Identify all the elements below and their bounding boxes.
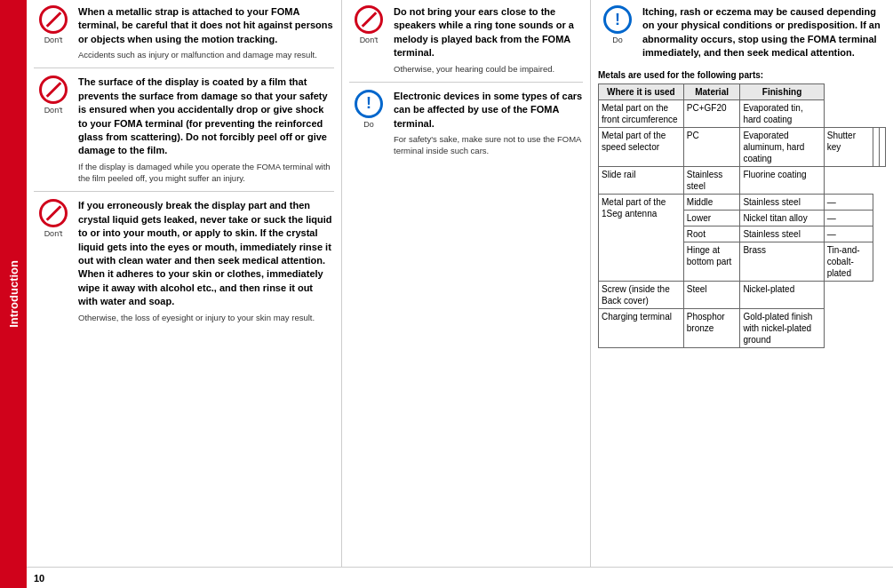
cell-where-charging: Charging terminal — [599, 308, 684, 347]
mid-warning-main-1: Do not bring your ears close to the spea… — [394, 5, 583, 60]
mid-warning-sub-2: For safety's sake, make sure not to use … — [394, 133, 583, 157]
col-header-where: Where it is used — [599, 83, 684, 99]
itching-icon-area: ! Do — [598, 5, 637, 44]
cell-finishing-charging: Gold-plated finish with nickel-plated gr… — [740, 308, 824, 347]
sidebar: Introduction — [0, 0, 27, 588]
do-label-right: Do — [612, 36, 623, 44]
cell-finishing-middle: — — [824, 194, 873, 210]
col-left: Don't When a metallic strap is attached … — [27, 0, 342, 567]
warning-main-3: If you erroneously break the display par… — [78, 199, 334, 308]
cell-finishing-slide: Fluorine coating — [740, 166, 824, 194]
icon-area-1: Don't — [34, 5, 73, 44]
itching-main: Itching, rash or eczema may be caused de… — [642, 5, 886, 60]
icon-area-2: Don't — [34, 75, 73, 115]
cell-finishing-screw: Nickel-plated — [740, 281, 824, 308]
cell-material-root: Stainless steel — [740, 226, 824, 242]
warning-text-3: If you erroneously break the display par… — [78, 199, 334, 322]
table-row-slide: Slide rail Stainless steel Fluorine coat… — [599, 166, 886, 194]
cell-where-antenna: Metal part of the 1Seg antenna — [599, 194, 684, 281]
cell-where: Metal part on the front circumference — [599, 99, 684, 127]
cell-sub-middle: Middle — [683, 194, 740, 210]
dont-icon-3 — [39, 199, 68, 227]
warning-sub-3: Otherwise, the loss of eyesight or injur… — [78, 312, 334, 323]
col-header-finishing: Finishing — [740, 83, 824, 99]
dont-label-3: Don't — [44, 229, 63, 238]
cell-sub-root: Root — [683, 226, 740, 242]
cell-material-slide: Stainless steel — [683, 166, 740, 194]
mid-warning-block-1: Don't Do not bring your ears close to th… — [349, 5, 583, 83]
cell-material-middle: Stainless steel — [740, 194, 824, 210]
col-header-material: Material — [683, 83, 740, 99]
cell-material-lower: Nickel titan alloy — [740, 210, 824, 226]
table-header-row: Where it is used Material Finishing — [599, 83, 886, 99]
warning-text-2: The surface of the display is coated by … — [78, 75, 334, 184]
warning-sub-2: If the display is damaged while you oper… — [78, 161, 334, 185]
icon-area-3: Don't — [34, 199, 73, 238]
cell-material-screw: Steel — [683, 281, 740, 308]
warning-block-2: Don't The surface of the display is coat… — [34, 75, 334, 192]
columns: Don't When a metallic strap is attached … — [27, 0, 893, 567]
mid-dont-label-1: Don't — [360, 36, 379, 44]
cell-finishing-hinge: Tin-and-cobalt-plated — [824, 242, 873, 281]
cell-where: Metal part of the speed selector — [599, 127, 684, 166]
cell-material: PC — [683, 127, 740, 166]
mid-icon-area-2: ! Do — [349, 90, 388, 129]
cell-material-charging: Phosphor bronze — [683, 308, 740, 347]
mid-do-icon-1: ! — [355, 90, 383, 118]
cell-where-slide: Slide rail — [599, 166, 684, 194]
table-row-antenna-middle: Metal part of the 1Seg antenna Middle St… — [599, 194, 886, 210]
mid-do-label-1: Do — [363, 120, 374, 129]
itching-block: ! Do Itching, rash or eczema may be caus… — [598, 5, 886, 63]
metals-table: Where it is used Material Finishing Meta… — [598, 83, 886, 348]
cell-material-hinge: Brass — [740, 242, 824, 281]
table-row-charging: Charging terminal Phosphor bronze Gold-p… — [599, 308, 886, 347]
cell-finishing-root: — — [824, 226, 873, 242]
mid-warning-block-2: ! Do Electronic devices in some types of… — [349, 90, 583, 164]
warning-main-1: When a metallic strap is attached to you… — [78, 5, 334, 46]
dont-icon-1 — [39, 5, 68, 34]
warning-block-3: Don't If you erroneously break the displ… — [34, 199, 334, 330]
page-footer: 10 — [27, 567, 893, 588]
warning-sub-1: Accidents such as injury or malfunction … — [78, 49, 334, 60]
dont-label-1: Don't — [44, 36, 63, 44]
itching-text: Itching, rash or eczema may be caused de… — [642, 5, 886, 63]
cell-material-shutter — [873, 127, 879, 166]
metals-header: Metals are used for the following parts: — [598, 70, 886, 80]
dont-label-2: Don't — [44, 106, 63, 115]
mid-warning-main-2: Electronic devices in some types of cars… — [394, 90, 583, 131]
mid-warning-text-2: Electronic devices in some types of cars… — [394, 90, 583, 157]
table-row: Metal part on the front circumference PC… — [599, 99, 886, 127]
sidebar-label: Introduction — [7, 260, 20, 328]
mid-warning-text-1: Do not bring your ears close to the spea… — [394, 5, 583, 75]
warning-text-1: When a metallic strap is attached to you… — [78, 5, 334, 60]
warning-main-2: The surface of the display is coated by … — [78, 75, 334, 157]
cell-finishing: Evaporated tin, hard coating — [740, 99, 824, 127]
cell-finishing-lower: — — [824, 210, 873, 226]
mid-warning-sub-1: Otherwise, your hearing could be impaire… — [394, 63, 583, 75]
dont-icon-2 — [39, 75, 68, 104]
cell-sub-lower: Lower — [683, 210, 740, 226]
mid-dont-icon-1 — [355, 5, 383, 34]
cell-where-screw: Screw (inside the Back cover) — [599, 281, 684, 308]
cell-finishing: Evaporated aluminum, hard coating — [740, 127, 824, 166]
col-mid: Don't Do not bring your ears close to th… — [342, 0, 591, 567]
cell-material: PC+GF20 — [683, 99, 740, 127]
col-right: ! Do Itching, rash or eczema may be caus… — [591, 0, 893, 567]
warning-block-1: Don't When a metallic strap is attached … — [34, 5, 334, 68]
do-icon-right: ! — [603, 5, 632, 34]
cell-where-shutter: Shutter key — [824, 127, 873, 166]
page-number: 10 — [34, 573, 44, 584]
mid-icon-area-1: Don't — [349, 5, 388, 44]
main-content: Don't When a metallic strap is attached … — [27, 0, 893, 588]
cell-finishing-shutter — [879, 127, 885, 166]
table-row-screw: Screw (inside the Back cover) Steel Nick… — [599, 281, 886, 308]
cell-sub-hinge: Hinge at bottom part — [683, 242, 740, 281]
